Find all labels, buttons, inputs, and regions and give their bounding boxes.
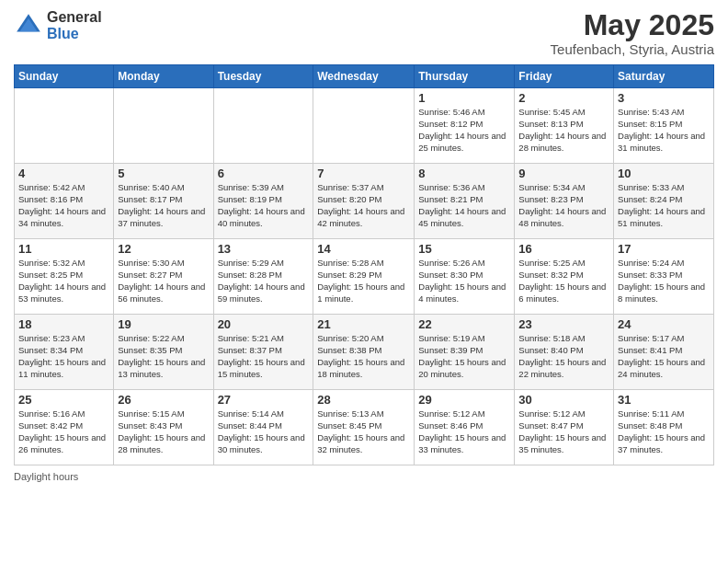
day-number: 12 xyxy=(118,242,209,256)
day-number: 23 xyxy=(518,317,609,331)
day-cell: 2Sunrise: 5:45 AM Sunset: 8:13 PM Daylig… xyxy=(515,88,614,164)
weekday-header-saturday: Saturday xyxy=(614,65,714,88)
day-info: Sunrise: 5:17 AM Sunset: 8:41 PM Dayligh… xyxy=(618,333,710,380)
day-info: Sunrise: 5:15 AM Sunset: 8:43 PM Dayligh… xyxy=(118,408,209,455)
day-number: 18 xyxy=(18,317,109,331)
day-number: 29 xyxy=(418,393,510,407)
day-cell: 20Sunrise: 5:21 AM Sunset: 8:37 PM Dayli… xyxy=(213,315,313,390)
day-info: Sunrise: 5:37 AM Sunset: 8:20 PM Dayligh… xyxy=(317,182,410,229)
day-cell: 27Sunrise: 5:14 AM Sunset: 8:44 PM Dayli… xyxy=(213,390,313,465)
day-info: Sunrise: 5:25 AM Sunset: 8:32 PM Dayligh… xyxy=(518,258,609,304)
logo-general: General xyxy=(47,9,102,26)
weekday-header-sunday: Sunday xyxy=(15,65,114,88)
day-cell: 15Sunrise: 5:26 AM Sunset: 8:30 PM Dayli… xyxy=(415,239,515,315)
day-cell: 12Sunrise: 5:30 AM Sunset: 8:27 PM Dayli… xyxy=(114,239,213,315)
day-number: 11 xyxy=(18,242,109,256)
day-number: 6 xyxy=(218,167,310,180)
day-number: 7 xyxy=(317,167,410,180)
logo-icon xyxy=(14,11,43,40)
day-cell: 8Sunrise: 5:36 AM Sunset: 8:21 PM Daylig… xyxy=(415,164,515,239)
day-cell: 14Sunrise: 5:28 AM Sunset: 8:29 PM Dayli… xyxy=(313,239,415,315)
day-cell: 21Sunrise: 5:20 AM Sunset: 8:38 PM Dayli… xyxy=(313,315,415,390)
day-cell: 10Sunrise: 5:33 AM Sunset: 8:24 PM Dayli… xyxy=(614,164,714,239)
day-cell: 23Sunrise: 5:18 AM Sunset: 8:40 PM Dayli… xyxy=(515,315,614,390)
day-cell: 1Sunrise: 5:46 AM Sunset: 8:12 PM Daylig… xyxy=(415,88,515,164)
day-info: Sunrise: 5:12 AM Sunset: 8:46 PM Dayligh… xyxy=(418,408,510,455)
day-info: Sunrise: 5:28 AM Sunset: 8:29 PM Dayligh… xyxy=(317,258,410,304)
day-info: Sunrise: 5:13 AM Sunset: 8:45 PM Dayligh… xyxy=(317,408,410,455)
page: General Blue May 2025 Teufenbach, Styria… xyxy=(0,0,728,563)
day-cell: 31Sunrise: 5:11 AM Sunset: 8:48 PM Dayli… xyxy=(614,390,714,465)
day-number: 19 xyxy=(118,317,209,331)
day-number: 27 xyxy=(218,393,310,407)
day-cell: 28Sunrise: 5:13 AM Sunset: 8:45 PM Dayli… xyxy=(313,390,415,465)
day-info: Sunrise: 5:16 AM Sunset: 8:42 PM Dayligh… xyxy=(18,408,109,455)
day-number: 17 xyxy=(618,242,710,256)
day-info: Sunrise: 5:45 AM Sunset: 8:13 PM Dayligh… xyxy=(518,107,609,154)
day-info: Sunrise: 5:23 AM Sunset: 8:34 PM Dayligh… xyxy=(18,333,109,380)
weekday-header-wednesday: Wednesday xyxy=(313,65,415,88)
footer-label: Daylight hours xyxy=(14,471,78,482)
day-number: 10 xyxy=(618,167,710,180)
day-info: Sunrise: 5:21 AM Sunset: 8:37 PM Dayligh… xyxy=(218,333,310,380)
weekday-header-friday: Friday xyxy=(515,65,614,88)
day-cell: 13Sunrise: 5:29 AM Sunset: 8:28 PM Dayli… xyxy=(213,239,313,315)
day-cell: 3Sunrise: 5:43 AM Sunset: 8:15 PM Daylig… xyxy=(614,88,714,164)
logo: General Blue xyxy=(14,9,102,41)
day-number: 14 xyxy=(317,242,410,256)
day-number: 4 xyxy=(18,167,109,180)
day-info: Sunrise: 5:40 AM Sunset: 8:17 PM Dayligh… xyxy=(118,182,209,229)
day-info: Sunrise: 5:34 AM Sunset: 8:23 PM Dayligh… xyxy=(518,182,609,229)
day-cell xyxy=(15,88,114,164)
week-row-5: 25Sunrise: 5:16 AM Sunset: 8:42 PM Dayli… xyxy=(15,390,714,465)
day-cell xyxy=(114,88,213,164)
day-cell: 26Sunrise: 5:15 AM Sunset: 8:43 PM Dayli… xyxy=(114,390,213,465)
day-number: 21 xyxy=(317,317,410,331)
title-block: May 2025 Teufenbach, Styria, Austria xyxy=(551,9,714,57)
logo-text: General Blue xyxy=(47,9,102,41)
day-info: Sunrise: 5:22 AM Sunset: 8:35 PM Dayligh… xyxy=(118,333,209,380)
day-info: Sunrise: 5:29 AM Sunset: 8:28 PM Dayligh… xyxy=(218,258,310,304)
day-info: Sunrise: 5:14 AM Sunset: 8:44 PM Dayligh… xyxy=(218,408,310,455)
day-info: Sunrise: 5:12 AM Sunset: 8:47 PM Dayligh… xyxy=(518,408,609,455)
day-cell: 4Sunrise: 5:42 AM Sunset: 8:16 PM Daylig… xyxy=(15,164,114,239)
day-cell: 7Sunrise: 5:37 AM Sunset: 8:20 PM Daylig… xyxy=(313,164,415,239)
day-number: 9 xyxy=(518,167,609,180)
day-info: Sunrise: 5:46 AM Sunset: 8:12 PM Dayligh… xyxy=(418,107,510,154)
week-row-4: 18Sunrise: 5:23 AM Sunset: 8:34 PM Dayli… xyxy=(15,315,714,390)
day-number: 1 xyxy=(418,91,510,105)
day-info: Sunrise: 5:36 AM Sunset: 8:21 PM Dayligh… xyxy=(418,182,510,229)
day-info: Sunrise: 5:43 AM Sunset: 8:15 PM Dayligh… xyxy=(618,107,710,154)
day-info: Sunrise: 5:18 AM Sunset: 8:40 PM Dayligh… xyxy=(518,333,609,380)
logo-blue: Blue xyxy=(47,26,102,42)
day-cell xyxy=(313,88,415,164)
day-info: Sunrise: 5:19 AM Sunset: 8:39 PM Dayligh… xyxy=(418,333,510,380)
day-cell: 5Sunrise: 5:40 AM Sunset: 8:17 PM Daylig… xyxy=(114,164,213,239)
day-cell xyxy=(213,88,313,164)
day-info: Sunrise: 5:20 AM Sunset: 8:38 PM Dayligh… xyxy=(317,333,410,380)
day-cell: 29Sunrise: 5:12 AM Sunset: 8:46 PM Dayli… xyxy=(415,390,515,465)
week-row-2: 4Sunrise: 5:42 AM Sunset: 8:16 PM Daylig… xyxy=(15,164,714,239)
day-cell: 9Sunrise: 5:34 AM Sunset: 8:23 PM Daylig… xyxy=(515,164,614,239)
week-row-1: 1Sunrise: 5:46 AM Sunset: 8:12 PM Daylig… xyxy=(15,88,714,164)
day-number: 3 xyxy=(618,91,710,105)
day-info: Sunrise: 5:11 AM Sunset: 8:48 PM Dayligh… xyxy=(618,408,710,455)
day-number: 2 xyxy=(518,91,609,105)
weekday-header-monday: Monday xyxy=(114,65,213,88)
day-cell: 19Sunrise: 5:22 AM Sunset: 8:35 PM Dayli… xyxy=(114,315,213,390)
weekday-header-thursday: Thursday xyxy=(415,65,515,88)
day-cell: 30Sunrise: 5:12 AM Sunset: 8:47 PM Dayli… xyxy=(515,390,614,465)
day-cell: 11Sunrise: 5:32 AM Sunset: 8:25 PM Dayli… xyxy=(15,239,114,315)
day-number: 22 xyxy=(418,317,510,331)
day-cell: 6Sunrise: 5:39 AM Sunset: 8:19 PM Daylig… xyxy=(213,164,313,239)
header: General Blue May 2025 Teufenbach, Styria… xyxy=(14,9,714,57)
day-cell: 24Sunrise: 5:17 AM Sunset: 8:41 PM Dayli… xyxy=(614,315,714,390)
day-info: Sunrise: 5:42 AM Sunset: 8:16 PM Dayligh… xyxy=(18,182,109,229)
day-info: Sunrise: 5:26 AM Sunset: 8:30 PM Dayligh… xyxy=(418,258,510,304)
day-info: Sunrise: 5:32 AM Sunset: 8:25 PM Dayligh… xyxy=(18,258,109,304)
day-number: 30 xyxy=(518,393,609,407)
day-number: 8 xyxy=(418,167,510,180)
day-number: 20 xyxy=(218,317,310,331)
day-number: 31 xyxy=(618,393,710,407)
day-cell: 16Sunrise: 5:25 AM Sunset: 8:32 PM Dayli… xyxy=(515,239,614,315)
